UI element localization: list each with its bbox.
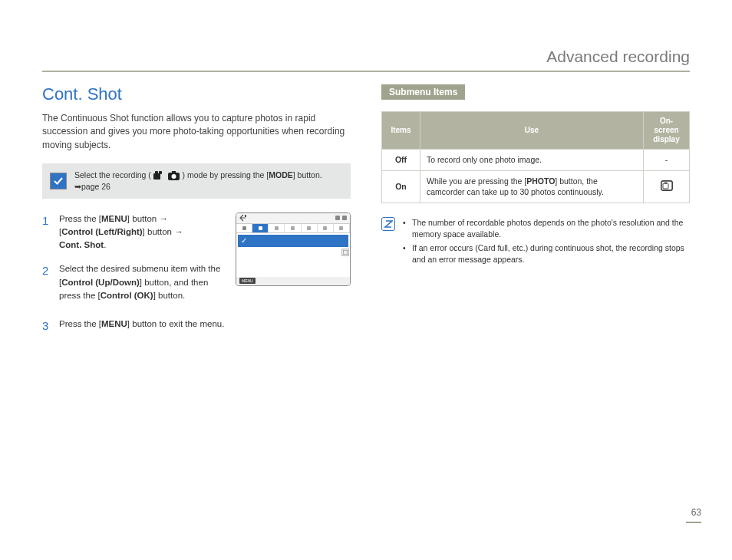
arrow-icon: ➥	[74, 182, 81, 191]
step-3: 3 Press the [MENU] button to exit the me…	[42, 318, 351, 335]
step-number: 2	[42, 262, 51, 302]
cell-display	[644, 170, 690, 203]
right-column: Submenu Items Items Use On-screendisplay…	[381, 84, 690, 346]
step-number: 3	[42, 318, 51, 335]
step-1: 1 Press the [MENU] button → [Control (Le…	[42, 212, 224, 252]
submenu-table: Items Use On-screendisplay Off To record…	[381, 111, 690, 203]
note-icon	[381, 217, 395, 231]
video-icon	[153, 170, 168, 180]
svg-rect-10	[664, 182, 667, 183]
step-2: 2 Select the desired submenu item with t…	[42, 262, 224, 302]
mode-select-box: Select the recording ( ) mode by pressin…	[42, 163, 351, 198]
table-row: Off To record only one photo image. -	[382, 150, 690, 171]
notes-block: The number of recordable photos depends …	[381, 217, 690, 267]
svg-rect-6	[245, 215, 246, 217]
cell-item: On	[382, 170, 420, 203]
status-icon	[335, 216, 340, 220]
side-tab-icon	[341, 249, 349, 256]
left-column: Cont. Shot The Continuous Shot function …	[42, 84, 351, 346]
step-body: Press the [MENU] button → [Control (Left…	[59, 212, 224, 252]
check-icon	[50, 173, 67, 189]
camera-icon	[168, 170, 183, 180]
svg-point-5	[171, 174, 176, 179]
th-use: Use	[420, 112, 644, 150]
cell-item: Off	[382, 150, 420, 171]
cell-display: -	[644, 150, 690, 171]
steps-list-cont: 3 Press the [MENU] button to exit the me…	[42, 318, 351, 335]
svg-rect-0	[153, 173, 160, 180]
header-rule	[42, 71, 690, 72]
table-row: On While you are pressing the [PHOTO] bu…	[382, 170, 690, 203]
svg-rect-7	[343, 250, 348, 255]
battery-icon	[342, 216, 347, 220]
intro-paragraph: The Continuous Shot function allows you …	[42, 112, 351, 152]
mode-select-text: Select the recording ( ) mode by pressin…	[74, 170, 343, 192]
step-number: 1	[42, 212, 51, 252]
thumb-tabs-row	[236, 223, 350, 233]
note-item: The number of recordable photos depends …	[403, 217, 690, 240]
svg-rect-1	[155, 171, 158, 174]
th-items: Items	[382, 112, 420, 150]
menu-label: MENU	[239, 278, 256, 284]
step-body: Press the [MENU] button to exit the menu…	[59, 318, 351, 335]
note-item: If an error occurs (Card full, etc.) dur…	[403, 242, 690, 265]
submenu-items-heading: Submenu Items	[381, 84, 465, 100]
svg-rect-2	[159, 171, 162, 174]
notes-list: The number of recordable photos depends …	[403, 217, 690, 267]
header-title: Advanced recording	[546, 48, 690, 66]
svg-rect-4	[172, 171, 176, 173]
step-body: Select the desired submenu item with the…	[59, 262, 224, 302]
continuous-shot-icon	[661, 180, 673, 191]
cell-use: While you are pressing the [PHOTO] butto…	[420, 170, 644, 203]
steps-list: 1 Press the [MENU] button → [Control (Le…	[42, 212, 224, 303]
section-title: Cont. Shot	[42, 84, 351, 104]
menu-screenshot-thumbnail: ✓ MENU	[236, 212, 351, 286]
th-display: On-screendisplay	[644, 112, 690, 150]
cell-use: To record only one photo image.	[420, 150, 644, 171]
page-number-rule	[686, 522, 701, 523]
svg-rect-9	[663, 183, 668, 189]
thumb-selected-row: ✓	[238, 235, 348, 247]
page-number: 63	[691, 507, 701, 518]
